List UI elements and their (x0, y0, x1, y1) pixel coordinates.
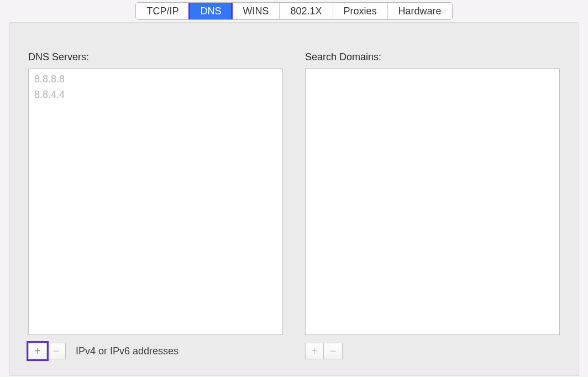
search-domains-footer: + − (305, 343, 560, 359)
tab-tcpip[interactable]: TCP/IP (136, 3, 190, 19)
dns-hint-text: IPv4 or IPv6 addresses (76, 345, 179, 357)
plus-icon: + (34, 345, 41, 357)
tab-dns-label: DNS (200, 6, 221, 17)
tab-bar: TCP/IP DNS WINS 802.1X Proxies Hardware (0, 2, 588, 20)
dns-settings-panel: DNS Servers: 8.8.8.8 8.8.4.4 + − IPv4 or (9, 22, 579, 376)
search-plusminus-group: + − (305, 343, 343, 359)
tab-wins[interactable]: WINS (232, 3, 280, 19)
search-remove-button[interactable]: − (324, 343, 343, 359)
plus-icon: + (311, 345, 318, 357)
search-domains-list[interactable] (305, 69, 560, 335)
dns-remove-button[interactable]: − (47, 343, 66, 359)
tab-proxies[interactable]: Proxies (333, 3, 388, 19)
search-domains-column: Search Domains: + − (305, 51, 560, 359)
tab-hardware[interactable]: Hardware (388, 3, 452, 19)
dns-server-entry[interactable]: 8.8.4.4 (34, 87, 277, 102)
search-add-button[interactable]: + (305, 343, 324, 359)
minus-icon: − (330, 345, 337, 357)
dns-add-button[interactable]: + (28, 343, 47, 359)
tab-segmented-control: TCP/IP DNS WINS 802.1X Proxies Hardware (135, 2, 452, 20)
dns-servers-list[interactable]: 8.8.8.8 8.8.4.4 (28, 69, 283, 335)
dns-plusminus-group: + − (28, 343, 66, 359)
search-domains-label: Search Domains: (305, 51, 560, 63)
tab-8021x[interactable]: 802.1X (280, 3, 333, 19)
minus-icon: − (53, 345, 60, 357)
tab-dns[interactable]: DNS (190, 3, 232, 19)
columns-wrap: DNS Servers: 8.8.8.8 8.8.4.4 + − IPv4 or (9, 51, 579, 359)
dns-servers-label: DNS Servers: (28, 51, 283, 63)
network-prefs-window: TCP/IP DNS WINS 802.1X Proxies Hardware … (0, 0, 588, 376)
dns-servers-column: DNS Servers: 8.8.8.8 8.8.4.4 + − IPv4 or (28, 51, 283, 359)
dns-server-entry[interactable]: 8.8.8.8 (34, 71, 277, 87)
dns-servers-footer: + − IPv4 or IPv6 addresses (28, 343, 283, 359)
